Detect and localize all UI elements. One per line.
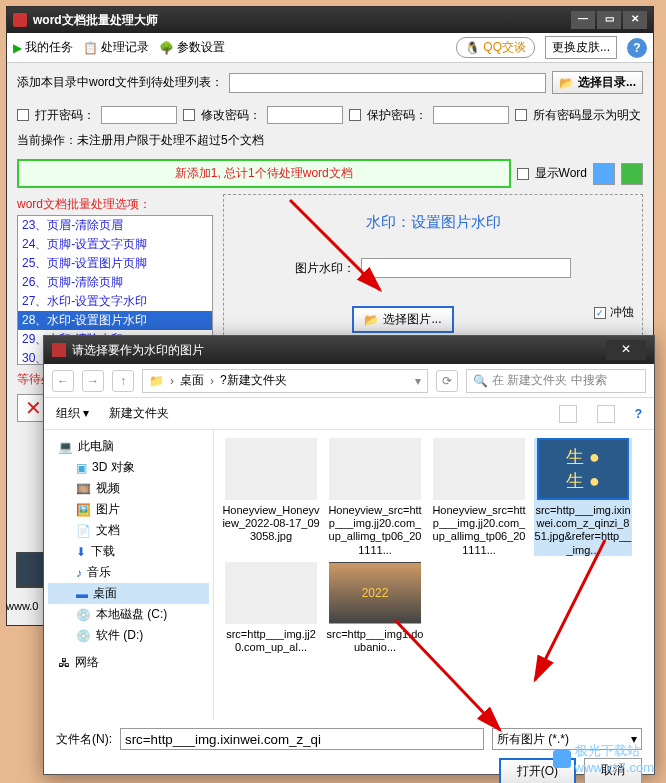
main-titlebar: word文档批量处理大师 — ▭ ✕ xyxy=(7,7,653,33)
tree-documents[interactable]: 📄文档 xyxy=(48,520,209,541)
tab-history[interactable]: 📋处理记录 xyxy=(83,39,149,56)
url-label: www.0 xyxy=(6,600,38,612)
preview-pane-button[interactable] xyxy=(597,405,615,423)
dialog-help-icon[interactable]: ? xyxy=(635,407,642,421)
dialog-nav: ← → ↑ 📁› 桌面› ?新建文件夹 ▾ ⟳ 🔍在 新建文件夹 中搜索 xyxy=(44,364,654,398)
watermark-title: 水印：设置图片水印 xyxy=(232,203,634,258)
maximize-button[interactable]: ▭ xyxy=(597,11,621,29)
option-item[interactable]: 27、水印-设置文字水印 xyxy=(18,292,212,311)
file-item[interactable]: 2022src=http___img1.doubanio... xyxy=(326,562,424,654)
filename-label: 文件名(N): xyxy=(56,731,112,748)
app-icon xyxy=(13,13,27,27)
watermark-path-input[interactable] xyxy=(361,258,571,278)
file-name: src=http___img1.doubanio... xyxy=(326,628,424,654)
organize-button[interactable]: 组织 ▾ xyxy=(56,405,89,422)
file-filter-select[interactable]: 所有图片 (*.*)▾ xyxy=(492,728,642,750)
prot-pwd-input[interactable] xyxy=(433,106,509,124)
tree-music[interactable]: ♪音乐 xyxy=(48,562,209,583)
option-item[interactable]: 28、水印-设置图片水印 xyxy=(18,311,212,330)
option-item[interactable]: 24、页脚-设置文字页脚 xyxy=(18,235,212,254)
open-pwd-label: 打开密码： xyxy=(35,107,95,124)
erode-checkbox[interactable]: ✓ xyxy=(594,307,606,319)
plain-pwd-checkbox[interactable] xyxy=(515,109,527,121)
tree-this-pc[interactable]: 💻此电脑 xyxy=(48,436,209,457)
show-word-label: 显示Word xyxy=(535,165,587,182)
breadcrumb[interactable]: 📁› 桌面› ?新建文件夹 ▾ xyxy=(142,369,428,393)
app-title: word文档批量处理大师 xyxy=(33,12,158,29)
tree-desktop[interactable]: ▬桌面 xyxy=(48,583,209,604)
prot-pwd-checkbox[interactable] xyxy=(349,109,361,121)
nav-up-button[interactable]: ↑ xyxy=(112,370,134,392)
file-item[interactable]: 生 ●生 ●src=http___img.ixinwei.com_z_qinzi… xyxy=(534,438,632,556)
cancel-button[interactable]: 取消 xyxy=(584,758,642,783)
nav-fwd-button[interactable]: → xyxy=(82,370,104,392)
help-icon[interactable]: ? xyxy=(627,38,647,58)
file-name: Honeyview_src=http___img.jj20.com_up_all… xyxy=(430,504,528,556)
open-pwd-input[interactable] xyxy=(101,106,177,124)
mod-pwd-checkbox[interactable] xyxy=(183,109,195,121)
file-item[interactable]: Honeyview_src=http___img.jj20.com_up_all… xyxy=(430,438,528,556)
dialog-toolbar: 组织 ▾ 新建文件夹 ? xyxy=(44,398,654,430)
file-name: src=http___img.jj20.com_up_al... xyxy=(222,628,320,654)
dialog-title: 请选择要作为水印的图片 xyxy=(72,342,204,359)
minimize-button[interactable]: — xyxy=(571,11,595,29)
filename-input[interactable] xyxy=(120,728,484,750)
search-input[interactable]: 🔍在 新建文件夹 中搜索 xyxy=(466,369,646,393)
file-item[interactable]: src=http___img.jj20.com_up_al... xyxy=(222,562,320,654)
file-name: Honeyview_src=http___img.jj20.com_up_all… xyxy=(326,504,424,556)
select-image-button[interactable]: 📂选择图片... xyxy=(352,306,453,333)
tree-downloads[interactable]: ⬇下载 xyxy=(48,541,209,562)
main-toolbar: ▶我的任务 📋处理记录 🌳参数设置 🐧QQ交谈 更换皮肤... ? xyxy=(7,33,653,63)
status-message: 新添加1, 总计1个待处理word文档 xyxy=(17,159,511,188)
mod-pwd-label: 修改密码： xyxy=(201,107,261,124)
folder-tree: 💻此电脑 ▣3D 对象 🎞️视频 🖼️图片 📄文档 ⬇下载 ♪音乐 ▬桌面 💿本… xyxy=(44,430,214,720)
qq-chat-button[interactable]: 🐧QQ交谈 xyxy=(456,37,535,58)
tree-3d-objects[interactable]: ▣3D 对象 xyxy=(48,457,209,478)
dialog-titlebar: 请选择要作为水印的图片 ✕ xyxy=(44,336,654,364)
tree-disk-d[interactable]: 💿软件 (D:) xyxy=(48,625,209,646)
change-skin-button[interactable]: 更换皮肤... xyxy=(545,36,617,59)
plain-pwd-label: 所有密码显示为明文 xyxy=(533,107,641,124)
file-dialog: 请选择要作为水印的图片 ✕ ← → ↑ 📁› 桌面› ?新建文件夹 ▾ ⟳ 🔍在… xyxy=(43,335,655,775)
add-dir-label: 添加本目录中word文件到待处理列表： xyxy=(17,74,223,91)
show-word-checkbox[interactable] xyxy=(517,168,529,180)
view-mode-button[interactable] xyxy=(559,405,577,423)
watermark-label: 图片水印： xyxy=(295,260,355,277)
close-button[interactable]: ✕ xyxy=(623,11,647,29)
dialog-close-button[interactable]: ✕ xyxy=(606,340,646,360)
file-name: src=http___img.ixinwei.com_z_qinzi_851.j… xyxy=(534,504,632,556)
tab-tasks[interactable]: ▶我的任务 xyxy=(13,39,73,56)
tree-network[interactable]: 🖧网络 xyxy=(48,652,209,673)
option-item[interactable]: 26、页脚-清除页脚 xyxy=(18,273,212,292)
tab-params[interactable]: 🌳参数设置 xyxy=(159,39,225,56)
tree-pictures[interactable]: 🖼️图片 xyxy=(48,499,209,520)
current-op-label: 当前操作：未注册用户限于处理不超过5个文档 xyxy=(17,133,264,147)
open-pwd-checkbox[interactable] xyxy=(17,109,29,121)
file-name: Honeyview_Honeyview_2022-08-17_093058.jp… xyxy=(222,504,320,544)
mod-pwd-input[interactable] xyxy=(267,106,343,124)
option-item[interactable]: 23、页眉-清除页眉 xyxy=(18,216,212,235)
new-folder-button[interactable]: 新建文件夹 xyxy=(109,405,169,422)
tree-disk-c[interactable]: 💿本地磁盘 (C:) xyxy=(48,604,209,625)
option-item[interactable]: 25、页脚-设置图片页脚 xyxy=(18,254,212,273)
prot-pwd-label: 保护密码： xyxy=(367,107,427,124)
open-button[interactable]: 打开(O) xyxy=(499,758,576,783)
file-grid: Honeyview_Honeyview_2022-08-17_093058.jp… xyxy=(214,430,654,720)
dialog-icon xyxy=(52,343,66,357)
nav-refresh-button[interactable]: ⟳ xyxy=(436,370,458,392)
file-item[interactable]: Honeyview_Honeyview_2022-08-17_093058.jp… xyxy=(222,438,320,556)
erode-label: 冲蚀 xyxy=(610,304,634,321)
download-icon[interactable] xyxy=(621,163,643,185)
nav-back-button[interactable]: ← xyxy=(52,370,74,392)
options-title: word文档批量处理选项： xyxy=(17,194,213,215)
select-dir-button[interactable]: 📂选择目录... xyxy=(552,71,643,94)
tree-videos[interactable]: 🎞️视频 xyxy=(48,478,209,499)
file-item[interactable]: Honeyview_src=http___img.jj20.com_up_all… xyxy=(326,438,424,556)
add-dir-input[interactable] xyxy=(229,73,546,93)
save-icon[interactable] xyxy=(593,163,615,185)
